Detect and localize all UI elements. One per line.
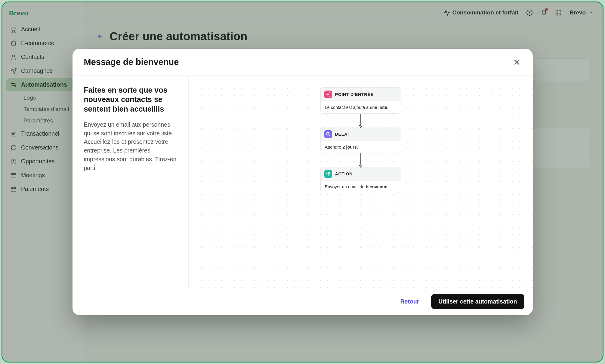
back-button[interactable]: Retour: [396, 295, 424, 308]
flow-delay-body: Attendre 2 jours.: [321, 141, 401, 153]
modal-sidebar: Faites en sorte que vos nouveaux contact…: [73, 76, 189, 288]
flow-action-body: Envoyer un email de bienvenue.: [321, 181, 401, 193]
modal-title: Message de bienvenue: [84, 57, 179, 67]
flow-connector: [360, 153, 361, 167]
flow-delay-node[interactable]: DÉLAI Attendre 2 jours.: [320, 127, 401, 153]
send-icon: [324, 170, 332, 178]
modal-paragraph: Envoyez un email aux personnes qui se so…: [84, 120, 179, 172]
flow-canvas: POINT D'ENTRÉE Le contact est ajouté à u…: [189, 76, 533, 288]
flow-action-node[interactable]: ACTION Envoyer un email de bienvenue.: [320, 167, 401, 193]
close-icon[interactable]: [512, 58, 521, 67]
flow-entry-label: POINT D'ENTRÉE: [335, 92, 374, 97]
clock-icon: [324, 130, 332, 138]
flow-action-label: ACTION: [335, 171, 353, 176]
entry-icon: [324, 91, 332, 98]
flow-delay-label: DÉLAI: [335, 132, 349, 137]
flow-connector: [360, 114, 361, 127]
modal-headline: Faites en sorte que vos nouveaux contact…: [84, 85, 179, 114]
use-automation-button[interactable]: Utiliser cette automatisation: [431, 294, 524, 309]
flow-entry-body: Le contact est ajouté à une liste.: [321, 101, 401, 113]
flow-entry-node[interactable]: POINT D'ENTRÉE Le contact est ajouté à u…: [320, 87, 401, 114]
modal: Message de bienvenue Faites en sorte que…: [73, 49, 533, 315]
modal-overlay[interactable]: Message de bienvenue Faites en sorte que…: [2, 2, 603, 362]
